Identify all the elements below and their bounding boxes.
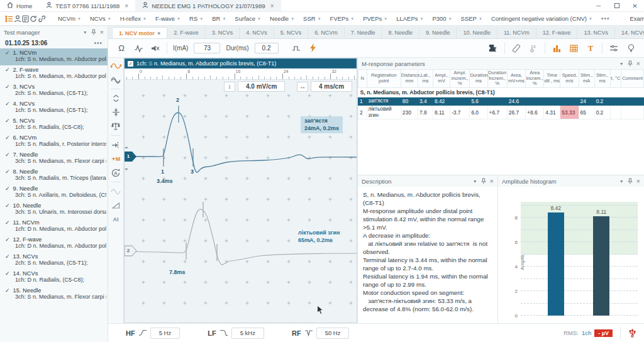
patient-icon[interactable] — [14, 13, 21, 25]
panel-menu-icon[interactable]: ▼ — [619, 179, 624, 184]
hf-value[interactable]: 5 Hz — [150, 328, 180, 339]
refresh-icon[interactable] — [30, 13, 37, 25]
plugin-icon[interactable] — [487, 43, 499, 54]
sound-muted-icon[interactable] — [150, 43, 161, 54]
scales-icon[interactable] — [110, 121, 121, 131]
menu-item[interactable]: F-wave▼ — [151, 15, 185, 22]
close-tab-icon[interactable]: × — [125, 3, 128, 9]
pin-icon[interactable] — [481, 178, 486, 184]
exam-tab[interactable]: 13. NCVs — [577, 27, 615, 38]
panel-menu-icon[interactable]: ▼ — [619, 62, 624, 66]
pin-icon[interactable] — [91, 29, 96, 35]
column-header[interactable]: Time dif., ms — [544, 70, 560, 88]
table-row[interactable]: 1зап'ястя803.48.425.624.6240.2 — [358, 97, 644, 106]
protocol-list-icon[interactable] — [5, 13, 13, 25]
app-tab[interactable]: TEST 07786 11/11/1988× — [39, 0, 135, 11]
fit-amplitude-icon[interactable] — [110, 108, 121, 117]
marker-2-label[interactable]: 2 — [176, 97, 179, 103]
test-list-item[interactable]: ✓13. NCVs2ch: S n. Medianus, (C5-T1); — [0, 252, 108, 269]
panel-close-icon[interactable]: × — [490, 177, 494, 185]
horizontal-scale-icon[interactable]: ↔ — [297, 82, 308, 92]
column-header[interactable]: Registration point — [367, 70, 401, 88]
ai-tool-icon[interactable]: AI — [110, 214, 121, 224]
test-list-item[interactable]: ✓15. Needle3ch: S n. Medianus, m. Flexor… — [0, 286, 108, 303]
table-row[interactable]: 2ліктьовий згин2307.88.11-3.76.0+6.726.7… — [358, 106, 644, 119]
thermometer-icon[interactable] — [528, 43, 539, 54]
current-input[interactable]: 73 — [194, 43, 220, 53]
close-button[interactable]: ✕ — [626, 0, 644, 11]
exam-tab[interactable]: 11. NCVm — [497, 27, 536, 38]
channel-2-number[interactable]: 2 — [125, 248, 132, 253]
test-list-item[interactable]: ✓2. F-wave1ch: S n. Medianus, m. Abducto… — [0, 65, 108, 82]
test-list-item[interactable]: ✓12. F-wave1ch: D n. Medianus, m. Abduct… — [0, 235, 108, 252]
column-header[interactable]: Ampl. increm., % — [450, 70, 470, 88]
test-list-item[interactable]: ✓4. NCVs1ch: S n. Medianus, (C5-T1); — [0, 99, 108, 116]
app-tab[interactable]: Home — [0, 0, 39, 11]
pin-icon[interactable] — [628, 60, 633, 67]
trace-1-site-tag[interactable]: зап'ястя24mA, 0.2ms — [301, 116, 343, 133]
expand-collapse-icon[interactable] — [110, 94, 121, 103]
exam-tab[interactable]: 5. NCVs — [274, 27, 309, 38]
signal-icon[interactable] — [133, 43, 144, 54]
impedance-icon[interactable]: Ω — [116, 43, 127, 54]
document-icon[interactable] — [22, 13, 29, 25]
menu-overflow[interactable]: ••• — [597, 15, 614, 22]
test-list-item[interactable]: ✓9. Needle3ch: S n. Axillaris, m. Deltoi… — [0, 184, 108, 201]
menu-item[interactable]: SSR▼ — [299, 15, 326, 22]
column-header[interactable]: Stim., ms — [594, 70, 610, 88]
column-header[interactable]: t, °C — [610, 70, 621, 88]
lf-value[interactable]: 5 kHz — [231, 328, 264, 339]
histogram-bar[interactable]: 8.11 — [593, 216, 609, 316]
menu-item[interactable]: SSEP▼ — [457, 15, 487, 22]
histogram-view-icon[interactable] — [551, 43, 562, 54]
column-header[interactable]: Duration increm., % — [487, 70, 507, 88]
panel-close-icon[interactable]: × — [100, 28, 104, 36]
menu-exam-templates[interactable]: Exam templates▼ — [625, 15, 644, 22]
auto-marker-icon[interactable]: M — [110, 154, 121, 163]
test-list-item[interactable]: ✓14. NCVs1ch: D n. Radialis, (C5-C8); — [0, 269, 108, 286]
vertical-scale-icon[interactable]: ↕ — [224, 82, 235, 92]
panel-close-icon[interactable]: × — [636, 177, 640, 185]
duration-input[interactable]: 0.2 — [255, 43, 279, 53]
gain-value[interactable]: 4.0 mV/cm — [238, 81, 285, 92]
exam-tab[interactable]: 14. NCVs — [615, 27, 644, 38]
menu-item[interactable]: P300▼ — [428, 15, 456, 22]
menu-item[interactable]: NCVm▼ — [53, 15, 86, 22]
minimize-button[interactable]: ─ — [589, 0, 608, 11]
column-header[interactable]: Duration, ms — [470, 70, 487, 88]
column-header[interactable]: Ampl., mV — [433, 70, 450, 88]
test-list-item[interactable]: ✓3. NCVs2ch: S n. Medianus, (C5-T1); — [0, 82, 108, 99]
pulse-icon[interactable] — [291, 43, 302, 54]
test-list-item[interactable]: ✓11. NCVm1ch: D n. Medianus, m. Abductor… — [0, 218, 108, 235]
ruler-icon[interactable] — [511, 43, 522, 54]
column-header[interactable]: Speed, m/s — [560, 70, 579, 88]
maximize-button[interactable] — [608, 0, 626, 11]
menu-item[interactable]: Surface▼ — [230, 15, 265, 22]
move-marker-icon[interactable] — [110, 140, 121, 150]
menu-item[interactable]: H-reflex▼ — [116, 15, 151, 22]
panel-close-icon[interactable]: × — [636, 60, 640, 67]
column-header[interactable]: Comment — [621, 70, 644, 88]
session-row[interactable]: 01.10.25 13:06 ••• — [0, 38, 108, 48]
exam-tab[interactable]: 1. NCV motor× — [112, 27, 167, 38]
menu-item[interactable]: LLAEPs▼ — [392, 15, 428, 22]
table-view-icon[interactable] — [568, 43, 579, 54]
auto-analysis-icon[interactable]: A — [110, 168, 121, 177]
channel-checkbox[interactable]: ✓ — [128, 61, 133, 67]
exam-tab[interactable]: 3. NCVs — [206, 27, 240, 38]
exam-tab[interactable]: 8. Needle — [382, 27, 419, 38]
session-more-icon[interactable]: ••• — [94, 40, 103, 47]
exam-tab[interactable]: 7. Needle — [345, 27, 382, 38]
menu-item[interactable]: Contingent negative variation (CNV)▼ — [487, 15, 597, 22]
close-tab-icon[interactable]: × — [270, 3, 274, 9]
column-header[interactable]: Distance, mm — [401, 70, 418, 88]
test-list-item[interactable]: ✓10. Needle3ch: S n. Ulnaris, m. Interos… — [0, 201, 108, 218]
menu-item[interactable]: FVEPs▼ — [326, 15, 359, 22]
exam-tab[interactable]: 10. Needle — [457, 27, 497, 38]
angle-tool-icon[interactable] — [110, 201, 121, 210]
test-list-item[interactable]: ✓8. Needle3ch: S n. Radialis, m. Triceps… — [0, 167, 108, 184]
ghost-trace-icon[interactable] — [110, 187, 121, 196]
exam-tab[interactable]: 12. F-wave — [536, 27, 578, 38]
column-header[interactable]: Stim., mA — [579, 70, 594, 88]
overlay-traces-icon[interactable] — [110, 75, 121, 84]
